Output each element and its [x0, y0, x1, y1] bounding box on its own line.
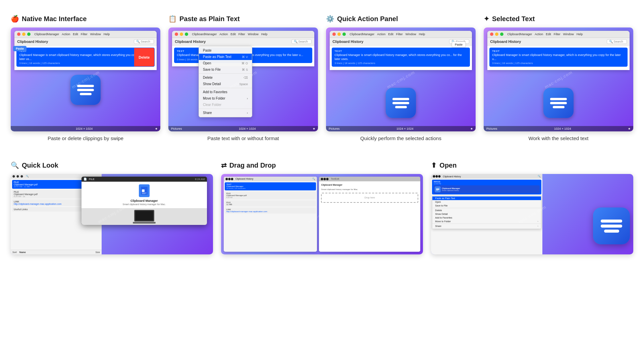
- dnd-item-1[interactable]: TEXT Clipboard Manager 18 words | 125 ch…: [225, 182, 316, 190]
- upload-icon: ⬆: [431, 161, 437, 169]
- ctx-open-showdetail[interactable]: Show Detail: [432, 212, 541, 216]
- open-item-image[interactable]: IMAGE 12:56 PM: [432, 180, 541, 194]
- mac-window-selected: ClipboardManager Action Edit Filter Wind…: [487, 31, 630, 70]
- tl-yellow-3: [337, 33, 341, 36]
- clip-item-selected[interactable]: TEXT Clipboard Manager is smart clipboar…: [16, 48, 155, 67]
- svg-rect-2: [142, 193, 147, 193]
- ctx-clear-folder: Clear Folder: [199, 102, 252, 108]
- paste-button-swipe[interactable]: Paste: [13, 46, 26, 51]
- ctx-open[interactable]: Open ⌘ O: [199, 60, 252, 66]
- dnd-drop-zone[interactable]: Drop here: [321, 193, 418, 203]
- ctx-show-detail[interactable]: Show Detail Space: [199, 81, 252, 87]
- ql-filename: Clipboard Manager: [130, 199, 158, 202]
- ctx-delete[interactable]: Delete ⌫: [199, 74, 252, 81]
- svg-rect-1: [142, 189, 145, 192]
- feature-open: ⬆ Open ⬤⬤⬤ Clipboard History 🔍 IMAGE 12:…: [427, 158, 637, 258]
- tl-red-3: [332, 33, 336, 36]
- ctx-save[interactable]: Save to File ⌘ S: [199, 66, 252, 73]
- ctx-open-open[interactable]: Open: [432, 200, 541, 204]
- clipboard-content-quick: TEXT Clipboard Manager is smart clipboar…: [330, 46, 472, 70]
- toolbar-quick: Clipboard History 🔍 Search: [330, 38, 472, 46]
- ql-file-icon: [139, 184, 150, 197]
- mac-window-quick: ClipboardManager Action Edit Filter Wind…: [330, 31, 472, 70]
- ctx-open-delete[interactable]: Delete: [432, 208, 541, 212]
- ctx-open-pasteplain[interactable]: Paste as Plain Text: [432, 196, 541, 200]
- feature-title-drag-drop: ⇄ Drag and Drop: [221, 161, 276, 169]
- page-header: [0, 0, 644, 5]
- ctx-divider-1: [199, 73, 252, 74]
- dnd-item-2[interactable]: FILE Clipboard Manager.pdf 8:28 AM: [225, 191, 316, 199]
- app-icon-lines: [77, 85, 94, 95]
- tl-yellow-4: [495, 33, 498, 36]
- context-menu-paste: Paste Paste as Plain Text ⌘ V Open ⌘ O S…: [199, 46, 252, 117]
- swipe-delete[interactable]: Delete: [134, 48, 154, 66]
- open-app-mini: Clipboard Manager Smart clipboard histor…: [434, 185, 539, 193]
- dnd-items: TEXT Clipboard Manager 18 words | 125 ch…: [224, 181, 317, 215]
- paste-action-button[interactable]: Paste: [452, 42, 466, 48]
- ql-layout: ⬤⬤⬤ 🔍 FILE Clipboard Manager.pdf 10:47 A…: [11, 174, 213, 254]
- titlebar-native: ClipboardManager Action Edit Filter Wind…: [14, 31, 157, 38]
- feature-title-paste-plain: 📋 Paste as Plain Text: [168, 15, 240, 23]
- menubar-4: ClipboardManager Action Edit Filter Wind…: [507, 33, 583, 36]
- menubar: ClipboardManager Action Edit Filter Wind…: [34, 33, 110, 36]
- ql-preview-panel: 📄 FILE 8:24 AM: [82, 177, 207, 225]
- titlebar-quick: ClipboardManager Action Edit Filter Wind…: [330, 31, 472, 38]
- dnd-panel-bar: ⬤⬤⬤ Clipboard History 🔍: [224, 177, 317, 181]
- drag-icon: ⇄: [221, 161, 227, 169]
- ctx-paste[interactable]: Paste: [199, 47, 252, 54]
- open-panel-bar: ⬤⬤⬤ Clipboard History 🔍: [431, 174, 542, 179]
- ctx-open-addfav[interactable]: Add to Favorites: [432, 216, 541, 220]
- ctx-open-save[interactable]: Save to File: [432, 204, 541, 207]
- feature-selected-text: ✦ Selected Text ClipboardManager Action …: [480, 11, 637, 144]
- dnd-item-3[interactable]: FILE 11 MB: [225, 200, 316, 206]
- ctx-move-folder[interactable]: Move to Folder ›: [199, 95, 252, 102]
- caption-quick: Quickly perform the selected actions: [360, 135, 441, 141]
- ql-desc: Smart clipboard history manager for Mac.: [123, 203, 166, 205]
- open-app-icon-big: [593, 207, 630, 244]
- screenshot-open: ⬤⬤⬤ Clipboard History 🔍 IMAGE 12:56 PM: [431, 174, 633, 254]
- ctx-divider-2: [199, 88, 252, 88]
- footer-native: 1024 × 1024 ★: [11, 126, 160, 131]
- svg-rect-7: [133, 222, 156, 224]
- clipboard-content-selected: TEXT Clipboard Manager is smart clipboar…: [487, 46, 630, 70]
- ctx-paste-plain[interactable]: Paste as Plain Text ⌘ V: [199, 54, 252, 60]
- toolbar-selected: Clipboard History 🔍 Search: [487, 38, 630, 46]
- svg-rect-6: [136, 211, 153, 220]
- screenshot-native-mac: ClipboardManager Action Edit Filter Wind…: [11, 27, 160, 131]
- dnd-target-panel: ⬤⬤⬤ TextEdit Clipboard Manager Smart cli…: [319, 177, 420, 252]
- features-top-grid: 🍎 Native Mac Interface ClipboardManager …: [0, 5, 644, 158]
- tl-green: [27, 33, 31, 36]
- open-items: IMAGE 12:56 PM: [431, 179, 542, 230]
- feature-title-quick-action: ⚙️ Quick Action Panel: [326, 15, 398, 23]
- clip-item-quick-selected[interactable]: TEXT Clipboard Manager is smart clipboar…: [332, 48, 470, 67]
- toolbar-native: Clipboard History 🔍 Search: [14, 38, 157, 46]
- toolbar-paste: Clipboard History 🔍 Search: [172, 38, 314, 46]
- ctx-add-favorites[interactable]: Add to Favorites: [199, 89, 252, 95]
- feature-paste-plain: 📋 Paste as Plain Text ClipboardManager A…: [164, 11, 322, 144]
- app-icon-quick: [386, 83, 416, 118]
- dnd-item-link[interactable]: LINK http://clipboard-manager-mac-applic…: [225, 207, 316, 214]
- menubar-3: ClipboardManager Action Edit Filter Wind…: [350, 33, 425, 36]
- footer-quick: Pictures 1024 × 1024 ★: [326, 126, 476, 131]
- tl-green-3: [342, 33, 346, 36]
- tl-red: [17, 33, 20, 36]
- feature-title-open: ⬆ Open: [431, 161, 457, 169]
- menubar-2: ClipboardManager Action Edit Filter Wind…: [192, 33, 267, 36]
- ctx-open-share[interactable]: Share›: [432, 224, 541, 228]
- ctx-divider-3: [199, 109, 252, 109]
- ctx-share[interactable]: Share ›: [199, 110, 252, 116]
- feature-title-quick-look: 🔍 Quick Look: [11, 161, 58, 169]
- gear-icon: ⚙️: [326, 15, 334, 23]
- ql-laptop-area: [82, 208, 207, 225]
- crosshair-icon: ✦: [484, 15, 489, 23]
- ctx-open-movefolder[interactable]: Move to Folder›: [432, 220, 541, 223]
- ql-preview-content: Clipboard Manager Smart clipboard histor…: [82, 182, 207, 208]
- feature-quick-look: 🔍 Quick Look ⬤⬤⬤ 🔍 FILE Clipboard Manage…: [7, 158, 217, 258]
- clip-item-selected-text[interactable]: TEXT Clipboard Manager is smart clipboar…: [489, 48, 628, 67]
- tl-yellow: [22, 33, 25, 36]
- tl-green-2: [185, 33, 188, 36]
- feature-title-selected-text: ✦ Selected Text: [484, 15, 535, 23]
- footer-selected: Pictures 1024 × 1024 ★: [484, 126, 633, 131]
- titlebar-selected: ClipboardManager Action Edit Filter Wind…: [487, 31, 630, 38]
- tl-red-4: [490, 33, 493, 36]
